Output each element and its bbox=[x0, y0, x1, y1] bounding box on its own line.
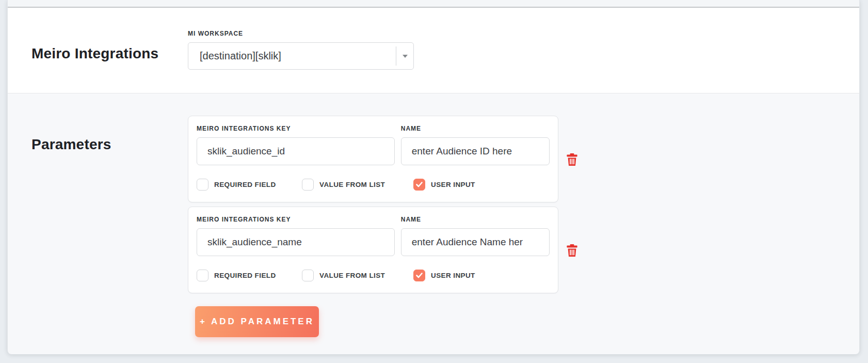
parameters-section-title: Parameters bbox=[31, 136, 188, 153]
mi-workspace-selected-value: [destination][sklik] bbox=[200, 50, 281, 62]
meiro-integrations-key-input[interactable] bbox=[197, 137, 395, 165]
parameter-name-input[interactable] bbox=[401, 228, 550, 256]
add-parameter-button[interactable]: + ADD PARAMETER bbox=[195, 306, 319, 337]
name-label: NAME bbox=[401, 216, 550, 223]
previous-section-edge bbox=[8, 0, 859, 8]
mi-workspace-label: MI WORKSPACE bbox=[188, 30, 414, 37]
caret-down-icon[interactable] bbox=[396, 55, 413, 58]
parameters-section: Parameters MEIRO INTEGRATIONS KEY NAME bbox=[8, 93, 859, 354]
settings-card: Meiro Integrations MI WORKSPACE [destina… bbox=[7, 0, 860, 354]
value-from-list-checkbox[interactable] bbox=[302, 270, 314, 281]
checkmark-icon bbox=[416, 182, 423, 187]
checkmark-icon bbox=[416, 273, 423, 278]
required-field-label: REQUIRED FIELD bbox=[214, 181, 276, 188]
delete-parameter-button[interactable] bbox=[565, 244, 578, 257]
user-input-label: USER INPUT bbox=[431, 272, 475, 279]
parameter-card: MEIRO INTEGRATIONS KEY NAME bbox=[188, 116, 558, 202]
delete-parameter-button[interactable] bbox=[565, 153, 578, 166]
user-input-label: USER INPUT bbox=[431, 181, 475, 188]
meiro-integrations-key-label: MEIRO INTEGRATIONS KEY bbox=[197, 125, 395, 132]
value-from-list-checkbox[interactable] bbox=[302, 179, 314, 191]
workspace-section: Meiro Integrations MI WORKSPACE [destina… bbox=[8, 8, 859, 93]
trash-icon bbox=[567, 244, 577, 257]
user-input-checkbox[interactable] bbox=[413, 270, 425, 281]
parameter-card: MEIRO INTEGRATIONS KEY NAME bbox=[188, 207, 558, 293]
name-label: NAME bbox=[401, 125, 550, 132]
required-field-label: REQUIRED FIELD bbox=[214, 272, 276, 279]
parameters-list: MEIRO INTEGRATIONS KEY NAME bbox=[188, 116, 578, 354]
meiro-integrations-key-input[interactable] bbox=[197, 228, 395, 256]
parameter-name-input[interactable] bbox=[401, 137, 550, 165]
parameter-row: MEIRO INTEGRATIONS KEY NAME bbox=[188, 207, 578, 293]
parameter-row: MEIRO INTEGRATIONS KEY NAME bbox=[188, 116, 578, 202]
required-field-checkbox[interactable] bbox=[197, 270, 208, 281]
value-from-list-label: VALUE FROM LIST bbox=[319, 181, 385, 188]
mi-workspace-select[interactable]: [destination][sklik] bbox=[188, 42, 414, 70]
user-input-checkbox[interactable] bbox=[413, 179, 425, 191]
workspace-section-title: Meiro Integrations bbox=[31, 45, 188, 62]
required-field-checkbox[interactable] bbox=[197, 179, 208, 191]
trash-icon bbox=[567, 153, 577, 166]
meiro-integrations-key-label: MEIRO INTEGRATIONS KEY bbox=[197, 216, 395, 223]
value-from-list-label: VALUE FROM LIST bbox=[319, 272, 385, 279]
